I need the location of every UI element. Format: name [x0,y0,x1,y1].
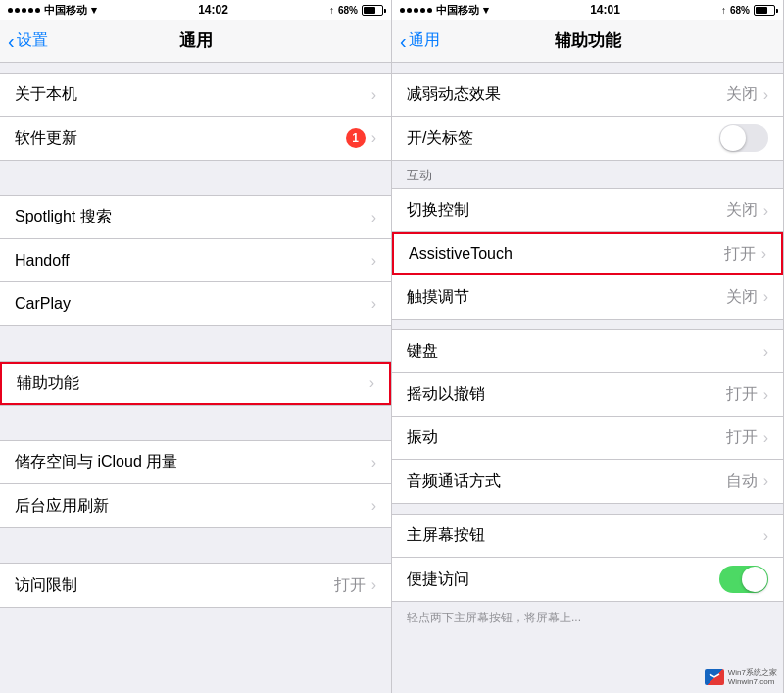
left-background-label: 后台应用刷新 [15,496,109,517]
left-carplay-right: › [371,295,376,313]
right-row-touch-accommodation[interactable]: 触摸调节 关闭 › [392,275,783,319]
right-gap-bottom [392,630,783,665]
right-switch-labels-label: 开/关标签 [407,128,473,149]
left-battery-percent: 68% [338,5,358,16]
right-vibration-value: 打开 [726,427,758,448]
right-back-button[interactable]: ‹ 通用 [400,30,440,51]
left-nav-bar: ‹ 设置 通用 [0,20,391,63]
right-assistive-touch-right: 打开 › [724,244,766,265]
left-carplay-chevron: › [371,295,376,313]
left-nav-title: 通用 [179,29,213,52]
left-row-accessibility[interactable]: 辅助功能 › [0,362,391,405]
right-status-right: ↑ 68% [721,5,775,16]
left-about-label: 关于本机 [15,84,77,105]
right-nav-title: 辅助功能 [555,29,621,52]
right-wifi-icon: ▾ [483,4,489,17]
left-accessibility-chevron: › [369,374,374,392]
left-row-storage[interactable]: 储存空间与 iCloud 用量 › [0,441,391,484]
left-row-handoff[interactable]: Handoff › [0,239,391,282]
right-home-button-label: 主屏幕按钮 [407,525,485,546]
right-location-icon: ↑ [721,5,726,16]
left-row-restrictions[interactable]: 访问限制 打开 › [0,564,391,607]
left-storage-right: › [371,454,376,471]
left-row-carplay[interactable]: CarPlay › [0,282,391,325]
right-carrier-label: 中国移动 [436,3,479,18]
right-audio-call-chevron: › [763,472,768,490]
left-spotlight-label: Spotlight 搜索 [15,207,112,227]
right-row-vibration[interactable]: 振动 打开 › [392,417,783,460]
left-row-about[interactable]: 关于本机 › [0,74,391,117]
right-nav-bar: ‹ 通用 辅助功能 [392,20,783,63]
right-home-button-chevron: › [763,527,768,545]
right-section-header-interaction: 互动 [392,161,783,188]
right-switch-labels-right [719,124,768,152]
right-switch-control-value: 关闭 [726,200,758,221]
right-row-shake-undo[interactable]: 摇动以撤销 打开 › [392,373,783,417]
right-shake-undo-value: 打开 [726,384,758,405]
right-switch-control-right: 关闭 › [726,200,768,221]
left-spotlight-right: › [371,209,376,226]
watermark-logo-icon [705,669,724,685]
left-handoff-right: › [371,252,376,270]
left-gap-3 [0,326,391,361]
location-icon: ↑ [329,5,334,16]
right-reduce-motion-label: 减弱动态效果 [407,84,501,105]
left-back-button[interactable]: ‹ 设置 [8,30,48,51]
right-row-reduce-motion[interactable]: 减弱动态效果 关闭 › [392,74,783,117]
left-group-2: Spotlight 搜索 › Handoff › CarPlay › [0,195,391,326]
signal-icon [8,8,40,13]
right-time: 14:01 [590,3,620,17]
right-switch-labels-knob [720,125,746,151]
right-group-3: 主屏幕按钮 › 便捷访问 [392,514,783,602]
right-home-button-right: › [763,527,768,545]
left-row-update[interactable]: 软件更新 1 › [0,117,391,160]
right-back-label: 通用 [409,30,440,51]
right-keyboard-chevron: › [763,343,768,361]
right-shortcut-toggle[interactable] [719,566,768,593]
left-gap-2 [0,161,391,195]
right-shortcut-label: 便捷访问 [407,569,469,590]
right-audio-call-label: 音频通话方式 [407,471,501,492]
right-keyboard-label: 键盘 [407,341,438,362]
right-row-switch-control[interactable]: 切换控制 关闭 › [392,189,783,232]
left-status-left: 中国移动 ▾ [8,3,97,18]
left-handoff-chevron: › [371,252,376,270]
left-group-1: 关于本机 › 软件更新 1 › [0,73,391,161]
left-row-background[interactable]: 后台应用刷新 › [0,484,391,527]
wifi-icon: ▾ [91,4,97,17]
right-switch-labels-toggle[interactable] [719,124,768,152]
right-shortcut-right [719,566,768,593]
right-shake-undo-chevron: › [763,386,768,404]
right-battery-percent: 68% [730,5,750,16]
right-vibration-chevron: › [763,429,768,447]
left-gap-5 [0,528,391,563]
right-touch-accommodation-chevron: › [763,288,768,306]
left-back-label: 设置 [17,30,48,51]
right-shortcut-knob [742,567,767,592]
left-accessibility-label: 辅助功能 [17,373,79,394]
right-row-keyboard[interactable]: 键盘 › [392,330,783,373]
right-switch-control-label: 切换控制 [407,200,469,221]
watermark-text: Win7系统之家 Winwin7.com [728,668,777,687]
left-update-label: 软件更新 [15,128,77,149]
watermark-svg [708,672,721,682]
right-switch-control-chevron: › [763,202,768,220]
left-restrictions-label: 访问限制 [15,575,77,596]
right-audio-call-value: 自动 [726,471,758,492]
watermark: Win7系统之家 Winwin7.com [705,668,777,687]
left-about-right: › [371,86,376,104]
right-row-shortcut[interactable]: 便捷访问 [392,558,783,601]
right-assistive-touch-value: 打开 [724,244,756,265]
right-row-switch-labels[interactable]: 开/关标签 [392,117,783,160]
right-row-assistive-touch[interactable]: AssistiveTouch 打开 › [392,232,783,275]
right-vibration-right: 打开 › [726,427,768,448]
right-touch-accommodation-right: 关闭 › [726,287,768,308]
right-row-audio-call[interactable]: 音频通话方式 自动 › [392,460,783,503]
right-assistive-touch-chevron: › [761,245,766,263]
right-group-2: 键盘 › 摇动以撤销 打开 › 振动 打开 › 音频通话方式 [392,329,783,504]
left-settings-list: 关于本机 › 软件更新 1 › Spotlight 搜索 › [0,63,391,693]
left-handoff-label: Handoff [15,252,70,270]
right-back-chevron: ‹ [400,31,407,51]
left-row-spotlight[interactable]: Spotlight 搜索 › [0,196,391,239]
right-row-home-button[interactable]: 主屏幕按钮 › [392,515,783,558]
